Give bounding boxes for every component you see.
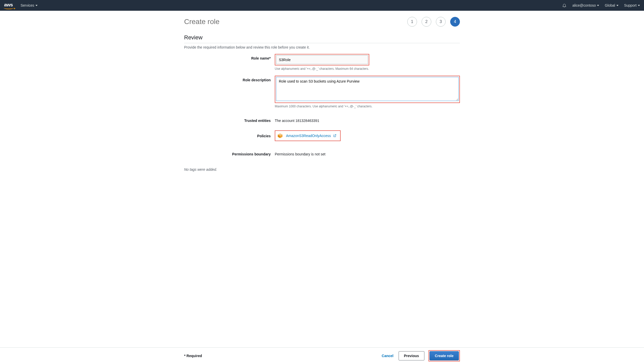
wizard-step-4[interactable]: 4: [450, 17, 460, 27]
review-form: Role name* Use alphanumeric and '+=,.@-_…: [184, 54, 460, 156]
chevron-down-icon: [35, 5, 38, 6]
policy-link[interactable]: AmazonS3ReadOnlyAccess: [286, 134, 337, 138]
role-name-hint: Use alphanumeric and '+=,.@-_' character…: [275, 67, 460, 71]
policies-label: Policies: [184, 130, 275, 138]
section-hint: Provide the required information below a…: [184, 45, 460, 49]
notifications-button[interactable]: [562, 3, 567, 8]
policy-name: AmazonS3ReadOnlyAccess: [286, 134, 331, 138]
account-menu[interactable]: alice@contoso: [572, 3, 599, 7]
role-description-row: Role description Maximum 1000 characters…: [184, 76, 460, 112]
permissions-boundary-row: Permissions boundary Permissions boundar…: [184, 150, 460, 156]
chevron-down-icon: [638, 5, 640, 6]
aws-logo-caret-icon: ▸: [14, 7, 15, 10]
chevron-down-icon: [597, 5, 599, 6]
role-description-label: Role description: [184, 76, 275, 82]
highlight-role-name: [275, 54, 369, 65]
trusted-entities-label: Trusted entities: [184, 116, 275, 123]
role-description-textarea[interactable]: [276, 77, 459, 101]
bell-icon: [562, 3, 567, 8]
trusted-entities-field: The account 181328463391: [275, 116, 460, 123]
role-name-field: Use alphanumeric and '+=,.@-_' character…: [275, 54, 460, 74]
support-menu[interactable]: Support: [624, 3, 640, 7]
services-label: Services: [20, 3, 34, 7]
aws-logo-text: aws: [4, 2, 13, 7]
page-title: Create role: [184, 18, 220, 26]
role-description-field: Maximum 1000 characters. Use alphanumeri…: [275, 76, 460, 112]
policies-row: Policies AmazonS3ReadOnlyAccess: [184, 130, 460, 141]
wizard-steps: 1 2 3 4: [407, 17, 460, 27]
wizard-step-2[interactable]: 2: [422, 17, 431, 27]
permissions-boundary-field: Permissions boundary is not set: [275, 150, 460, 156]
role-description-hint: Maximum 1000 characters. Use alphanumeri…: [275, 105, 460, 108]
no-tags-note: No tags were added.: [184, 167, 460, 172]
aws-logo[interactable]: aws ▸: [4, 2, 13, 9]
wizard-step-3[interactable]: 3: [436, 17, 446, 27]
header-right: alice@contoso Global Support: [562, 3, 640, 8]
region-menu[interactable]: Global: [605, 3, 618, 7]
policies-field: AmazonS3ReadOnlyAccess: [275, 130, 460, 141]
trusted-entities-value: The account 181328463391: [275, 116, 460, 123]
role-name-label: Role name*: [184, 54, 275, 60]
page-content: Create role 1 2 3 4 Review Provide the r…: [179, 11, 465, 197]
support-label: Support: [624, 3, 637, 7]
external-link-icon: [333, 134, 337, 138]
highlight-role-description: [275, 76, 460, 103]
page-title-row: Create role 1 2 3 4: [184, 17, 460, 27]
trusted-entities-row: Trusted entities The account 18132846339…: [184, 116, 460, 123]
region-label: Global: [605, 3, 615, 7]
permissions-boundary-value: Permissions boundary is not set: [275, 150, 460, 156]
chevron-down-icon: [616, 5, 618, 6]
services-menu[interactable]: Services: [20, 3, 38, 7]
aws-global-header: aws ▸ Services alice@contoso Global Supp…: [0, 0, 644, 11]
role-name-row: Role name* Use alphanumeric and '+=,.@-_…: [184, 54, 460, 74]
section-title: Review: [184, 34, 460, 43]
policy-cube-icon: [277, 133, 283, 139]
wizard-step-1[interactable]: 1: [407, 17, 417, 27]
account-label: alice@contoso: [572, 3, 596, 7]
permissions-boundary-label: Permissions boundary: [184, 150, 275, 156]
role-name-input[interactable]: [276, 55, 368, 64]
highlight-policy: AmazonS3ReadOnlyAccess: [275, 130, 341, 141]
